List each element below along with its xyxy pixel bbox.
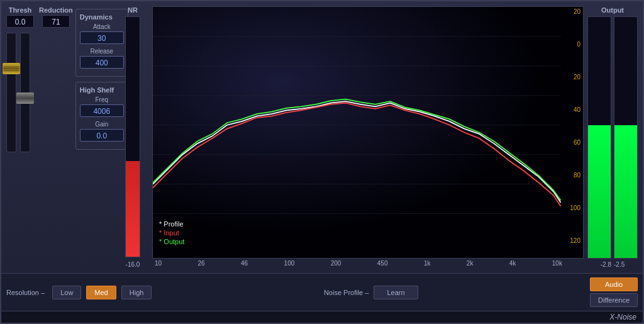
reduction-slider[interactable]	[20, 33, 30, 171]
noise-profile-section: Noise Profile – Learn	[157, 286, 585, 299]
output-val-left: -2.8	[601, 261, 611, 268]
output-section: Output -2.8 -2.5	[587, 6, 638, 268]
output-fill-left	[588, 125, 611, 258]
thresh-value[interactable]: 0.0	[6, 15, 34, 28]
audio-button[interactable]: Audio	[590, 277, 638, 291]
legend-input: * Input	[159, 229, 184, 237]
brand-bar: X-Noise	[1, 311, 643, 323]
reduction-group: Reduction 71	[39, 6, 73, 28]
output-values: -2.8 -2.5	[587, 261, 638, 268]
y-axis: 20 0 20 40 60 80 100 120	[564, 7, 583, 245]
thresh-label: Thresh	[9, 6, 32, 14]
legend-profile: * Profile	[159, 220, 184, 228]
output-fill-right	[614, 125, 637, 258]
release-label: Release	[90, 48, 113, 55]
audio-diff-section: Audio Difference	[590, 277, 638, 307]
gain-label: Gain	[95, 121, 108, 128]
attack-label: Attack	[93, 23, 111, 30]
nr-meter	[125, 16, 140, 257]
nr-label: NR	[128, 6, 138, 14]
spectrum-section: * Profile * Input * Output 20 0 20 40 60…	[152, 6, 584, 268]
learn-button[interactable]: Learn	[374, 286, 418, 299]
reduction-label: Reduction	[39, 6, 73, 14]
nr-fill	[126, 161, 140, 257]
bottom-bar: Resolution – Low Med High Noise Profile …	[1, 273, 643, 311]
output-label: Output	[587, 6, 638, 14]
difference-button[interactable]: Difference	[590, 293, 638, 307]
output-val-right: -2.5	[614, 261, 625, 268]
x-axis: 10 26 46 100 200 450 1k 2k 4k 10k	[152, 259, 584, 268]
nr-section: NR -16.0	[117, 6, 148, 268]
thresh-slider[interactable]	[6, 33, 16, 171]
spectrum-legend: * Profile * Input * Output	[159, 220, 184, 245]
noise-profile-label: Noise Profile –	[324, 289, 369, 296]
main-area: Thresh 0.0 Reduction 71	[1, 1, 643, 273]
thresh-group: Thresh 0.0	[6, 6, 34, 28]
x-label-10k: 10k	[552, 260, 562, 267]
res-low-button[interactable]: Low	[52, 286, 81, 299]
res-med-button[interactable]: Med	[86, 286, 116, 299]
thresh-reduction-row: Thresh 0.0 Reduction 71	[6, 6, 73, 28]
plugin-container: Thresh 0.0 Reduction 71	[0, 0, 644, 324]
spectrum-display: * Profile * Input * Output 20 0 20 40 60…	[152, 6, 584, 259]
left-controls: Thresh 0.0 Reduction 71	[6, 6, 113, 268]
output-meters	[587, 16, 638, 259]
resolution-label: Resolution –	[6, 289, 45, 296]
output-meter-left	[587, 16, 611, 259]
legend-output: * Output	[159, 238, 184, 245]
spectrum-svg	[153, 7, 583, 258]
reduction-value[interactable]: 71	[42, 15, 70, 28]
freq-label: Freq	[96, 96, 109, 103]
brand-name: X-Noise	[609, 313, 636, 321]
nr-value: -16.0	[126, 261, 140, 268]
res-high-button[interactable]: High	[121, 286, 152, 299]
output-meter-right	[614, 16, 638, 259]
